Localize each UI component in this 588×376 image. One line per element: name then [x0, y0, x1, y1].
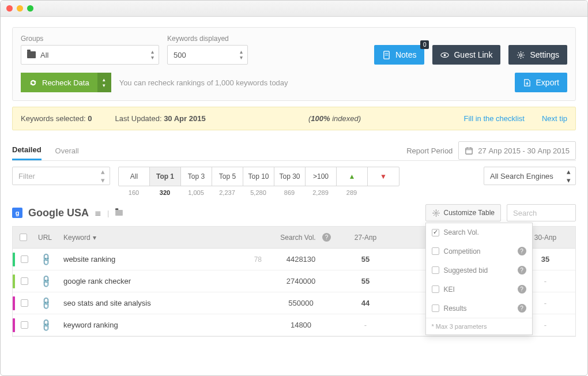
svg-point-5 — [520, 54, 522, 56]
minimize-window-icon[interactable] — [17, 5, 23, 12]
svg-line-10 — [518, 52, 519, 53]
search-placeholder: Search — [513, 209, 537, 217]
folder-icon — [27, 51, 36, 58]
help-icon[interactable]: ? — [518, 304, 526, 313]
tab-overall[interactable]: Overall — [55, 142, 79, 160]
dropdown-item-search-vol-[interactable]: Search Vol. — [426, 223, 532, 242]
export-button[interactable]: Export — [515, 73, 567, 92]
titlebar — [1, 1, 587, 17]
segment-top5[interactable]: Top 5 — [212, 167, 243, 186]
folder-icon[interactable] — [116, 210, 123, 216]
row-checkbox[interactable] — [21, 277, 28, 285]
report-period-picker[interactable]: 27 Апр 2015 - 30 Апр 2015 — [458, 141, 576, 160]
next-tip-link[interactable]: Next tip — [542, 114, 567, 123]
rank-cell: 44 — [336, 299, 395, 307]
close-window-icon[interactable] — [6, 5, 13, 12]
recheck-data-button[interactable]: Recheck Data ▴▾ — [21, 73, 111, 92]
checkbox[interactable] — [432, 229, 439, 236]
segment-count: 1,005 — [180, 186, 212, 196]
checkbox[interactable] — [432, 285, 439, 293]
kw-displayed-select[interactable]: 500 ▴▾ — [167, 45, 248, 65]
keyword-cell: website ranking — [59, 255, 235, 264]
chevron-down-icon: ▴▾ — [240, 49, 243, 61]
dropdown-item-kei[interactable]: KEI? — [426, 280, 532, 299]
segment-count: 5,280 — [243, 186, 274, 196]
guest-link-label: Guest Link — [454, 50, 492, 59]
help-icon[interactable]: ? — [322, 233, 331, 242]
col-url[interactable]: URL — [33, 234, 59, 242]
filter-select[interactable]: Filter ▴▾ — [12, 167, 110, 185]
kw-displayed-label: Keywords displayed — [167, 35, 248, 43]
view-tabs: Detailed Overall Report Period 27 Апр 20… — [12, 141, 576, 161]
notes-button[interactable]: Notes — [374, 45, 425, 65]
col-date-1[interactable]: 27-Апр — [336, 234, 395, 242]
eye-icon — [440, 51, 449, 59]
groups-select[interactable]: All ▴▾ — [21, 45, 159, 65]
segment-100[interactable]: >100 — [306, 167, 337, 186]
customize-label: Customize Table — [444, 209, 495, 217]
maximize-window-icon[interactable] — [27, 5, 33, 12]
dropdown-item-label: Results — [444, 304, 467, 313]
row-checkbox[interactable] — [21, 255, 28, 263]
segment-top3[interactable]: Top 3 — [181, 167, 212, 186]
row-checkbox[interactable] — [21, 321, 28, 329]
rank-segments: AllTop 1Top 3Top 5Top 10Top 30>100▲▼ 160… — [118, 167, 399, 196]
segment-top30[interactable]: Top 30 — [274, 167, 306, 186]
groups-value: All — [40, 51, 48, 59]
guest-link-button[interactable]: Guest Link — [432, 45, 500, 65]
groups-label: Groups — [21, 35, 159, 43]
kw-displayed-value: 500 — [174, 51, 186, 59]
dropdown-item-label: KEI — [444, 285, 455, 294]
indexed-status: (100% indexed) — [206, 114, 464, 123]
list-view-icon[interactable]: ≣ — [95, 208, 101, 217]
traffic-lights — [6, 5, 33, 12]
refresh-icon — [29, 78, 37, 87]
notes-icon — [382, 51, 391, 59]
segment-moved-down[interactable]: ▼ — [368, 167, 399, 186]
dropdown-item-results[interactable]: Results? — [426, 299, 532, 318]
segment-moved-up[interactable]: ▲ — [337, 167, 368, 186]
dropdown-item-competition[interactable]: Competition? — [426, 242, 532, 261]
settings-button[interactable]: Settings — [508, 45, 567, 65]
segment-count: 2,237 — [212, 186, 243, 196]
keywords-selected: Keywords selected: 0 — [21, 114, 92, 123]
rank-cell: 55 — [336, 277, 395, 285]
col-search-vol[interactable]: Search Vol. ? — [266, 233, 336, 242]
checklist-link[interactable]: Fill in the checklist — [463, 114, 524, 123]
customize-table-button[interactable]: Customize Table — [425, 204, 502, 221]
link-icon[interactable]: 🔗 — [39, 251, 54, 266]
segment-all[interactable]: All — [119, 167, 150, 186]
tab-detailed[interactable]: Detailed — [12, 141, 42, 160]
segment-count: 320 — [149, 186, 180, 196]
svg-line-12 — [523, 52, 524, 53]
segment-top1[interactable]: Top 1 — [150, 167, 181, 186]
col-keyword[interactable]: Keyword ▾ — [59, 234, 266, 242]
table-search-input[interactable]: Search — [507, 204, 576, 221]
link-icon[interactable]: 🔗 — [39, 317, 54, 332]
gear-icon — [517, 51, 525, 59]
checkbox[interactable] — [432, 266, 439, 274]
link-icon[interactable]: 🔗 — [39, 273, 54, 288]
dropdown-footer: * Max 3 parameters — [426, 318, 532, 334]
checkbox[interactable] — [432, 247, 439, 255]
recheck-dropdown-toggle[interactable]: ▴▾ — [97, 73, 111, 92]
row-checkbox[interactable] — [21, 299, 28, 307]
report-period-value: 27 Апр 2015 - 30 Апр 2015 — [478, 146, 570, 155]
help-icon[interactable]: ? — [518, 285, 526, 294]
segment-count: 289 — [336, 186, 367, 196]
engine-title: Google USA — [28, 207, 89, 219]
top-panel: Groups All ▴▾ Keywords displayed 500 ▴▾ — [12, 27, 576, 101]
search-engine-select[interactable]: All Search Engines ▴▾ — [484, 167, 576, 185]
report-period-label: Report Period — [406, 146, 453, 155]
last-updated: Last Updated: 30 Apr 2015 — [115, 114, 206, 123]
link-icon[interactable]: 🔗 — [39, 295, 54, 310]
dropdown-item-suggested-bid[interactable]: Suggested bid? — [426, 261, 532, 280]
select-all-checkbox[interactable] — [20, 234, 27, 241]
search-vol-cell: 4428130 — [266, 255, 336, 264]
help-icon[interactable]: ? — [518, 266, 526, 275]
help-icon[interactable]: ? — [518, 247, 526, 255]
checkbox[interactable] — [432, 304, 439, 312]
keyword-cell: keyword ranking — [59, 321, 235, 329]
svg-point-4 — [444, 54, 446, 56]
segment-top10[interactable]: Top 10 — [243, 167, 274, 186]
